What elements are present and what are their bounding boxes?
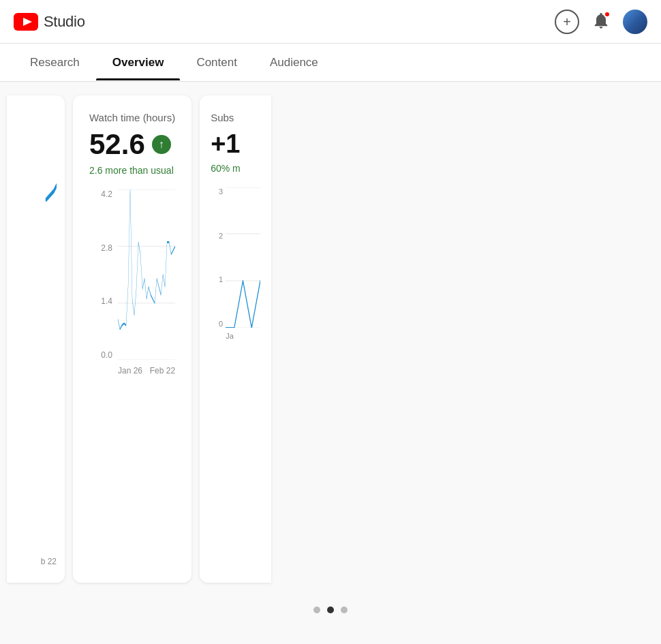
chart-y-axis: 4.2 2.8 1.4 0.0 (89, 189, 118, 360)
watch-time-chart: 4.2 2.8 1.4 0.0 (89, 189, 175, 380)
subs-y-label-3: 3 (219, 187, 223, 196)
youtube-logo-icon (14, 13, 38, 31)
create-button[interactable]: + (555, 10, 579, 34)
left-partial-x-label: b 22 (41, 557, 57, 566)
pagination-dots (0, 596, 661, 630)
tab-research[interactable]: Research (14, 45, 96, 80)
x-label-end: Feb 22 (150, 366, 175, 375)
subs-label: Subs (211, 112, 234, 123)
trend-badge: ↑ (152, 135, 171, 154)
chart-svg-area (118, 189, 175, 360)
y-label-4: 4.2 (101, 189, 112, 199)
pagination-dot-3[interactable] (341, 607, 348, 613)
subs-subtitle: 60% m (211, 163, 260, 174)
subs-number: +1 (211, 129, 240, 159)
y-label-2: 1.4 (101, 296, 112, 306)
watch-time-number: 52.6 (89, 128, 145, 161)
x-label-start: Jan 26 (118, 366, 142, 375)
watch-time-label: Watch time (hours) (89, 112, 175, 123)
studio-title: Studio (44, 13, 85, 31)
header: Studio + (0, 0, 661, 44)
subs-y-label-0: 0 (219, 320, 223, 328)
subs-x-label: Ja (226, 332, 234, 340)
header-actions: + (555, 10, 647, 34)
card-subscribers-partial: Subs +1 60% m 3 2 1 0 (200, 95, 271, 583)
plus-icon: + (563, 15, 571, 29)
subs-value-row: +1 (211, 129, 260, 159)
subs-y-label-2: 2 (219, 232, 223, 240)
card-partial-left: b 22 (7, 95, 65, 583)
avatar[interactable] (623, 10, 647, 34)
notification-badge (604, 11, 611, 18)
pagination-dot-1[interactable] (313, 607, 320, 613)
tab-content[interactable]: Content (180, 45, 253, 80)
subs-y-label-1: 1 (219, 275, 223, 283)
tab-overview[interactable]: Overview (96, 45, 181, 80)
pagination-dot-2[interactable] (327, 607, 334, 613)
y-label-3: 2.8 (101, 243, 112, 253)
watch-time-value-row: 52.6 ↑ (89, 128, 175, 161)
watch-time-subtitle: 2.6 more than usual (89, 165, 175, 176)
y-label-1: 0.0 (101, 350, 112, 360)
watch-time-card: Watch time (hours) 52.6 ↑ 2.6 more than … (73, 95, 191, 583)
header-logo: Studio (14, 13, 85, 31)
chart-x-axis: Jan 26 Feb 22 (118, 361, 175, 380)
cards-row: b 22 Watch time (hours) 52.6 ↑ 2.6 more … (7, 95, 271, 583)
trend-up-icon: ↑ (159, 138, 164, 151)
main-content: b 22 Watch time (hours) 52.6 ↑ 2.6 more … (0, 82, 661, 596)
notifications-button[interactable] (591, 11, 611, 33)
tab-audience[interactable]: Audience (253, 45, 335, 80)
tabs-bar: Research Overview Content Audience (0, 44, 661, 82)
